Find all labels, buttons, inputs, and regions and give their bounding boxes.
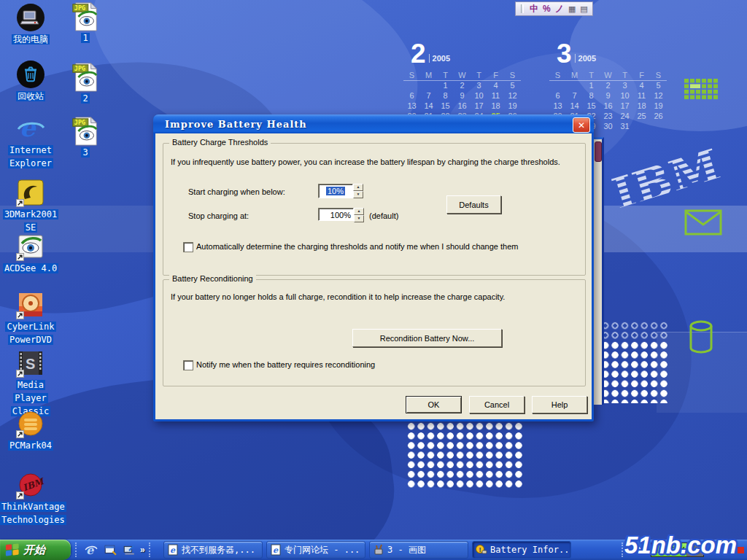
help-button[interactable]: Help <box>532 396 587 413</box>
spin-up-icon[interactable]: ▲ <box>353 184 363 191</box>
svg-text:JPG: JPG <box>74 4 86 12</box>
drag-handle-icon[interactable] <box>149 542 153 557</box>
group-legend: Battery Charge Thresholds <box>169 138 271 147</box>
menu-icon[interactable]: ▤ <box>580 4 587 14</box>
svg-text:e: e <box>273 545 279 555</box>
desktop-icon-label: ThinkVantage Technologies <box>0 502 66 525</box>
close-icon[interactable]: ✕ <box>573 117 590 133</box>
task-button[interactable]: 3 - 画图 <box>369 541 468 559</box>
spin-down-icon[interactable]: ▼ <box>354 215 364 222</box>
system-tray: EN 58% <box>619 540 747 560</box>
battery-meter[interactable]: 58% <box>651 542 704 557</box>
default-note: (default) <box>369 211 398 220</box>
background-window-edge[interactable] <box>594 137 604 405</box>
desktop-icon-pcmark[interactable]: PCMark04 <box>0 409 61 451</box>
thinkvantage-icon: IBM <box>16 470 45 499</box>
language-bar[interactable]: 中%ノ▦▤ <box>515 1 593 16</box>
background-window-gauge <box>595 141 602 162</box>
desktop-file-1[interactable]: JPG1 <box>67 1 104 44</box>
auto-thresholds-checkbox-label[interactable]: Automatically determine the charging thr… <box>196 242 518 251</box>
language-indicator[interactable]: EN <box>632 545 643 554</box>
internet-explorer-quick-icon[interactable]: e <box>84 542 98 557</box>
calendar-year: 2005 <box>575 54 596 63</box>
auto-thresholds-checkbox[interactable] <box>183 242 193 252</box>
desktop-icon-my-computer[interactable]: 我的电脑 <box>0 3 61 45</box>
stop-charging-value[interactable]: 100% <box>318 208 354 221</box>
group-legend: Battery Reconditioning <box>169 274 256 283</box>
svg-text:e: e <box>86 543 94 556</box>
desktop-icon-3dmark[interactable]: 3DMark2001 SE <box>0 178 61 233</box>
notify-reconditioning-checkbox[interactable] <box>183 360 193 370</box>
desktop-icon-recycle-bin[interactable]: 回收站 <box>0 60 61 102</box>
svg-text:JPG: JPG <box>74 65 86 72</box>
calendar-month: 2 <box>411 43 426 65</box>
task-button[interactable]: e找不到服务器,... <box>163 541 263 559</box>
desktop-icon-acdsee[interactable]: ACDSee 4.0 <box>0 232 61 274</box>
start-charging-spinner[interactable]: 10% ▲ ▼ <box>318 184 363 198</box>
desktop-icon-label: ACDSee 4.0 <box>3 263 58 273</box>
ie-page-icon: e <box>167 544 179 556</box>
task-button-label: 专门网论坛 - ... <box>285 544 360 556</box>
dialog-titlebar[interactable]: Improve Battery Health ✕ <box>153 114 594 133</box>
desktop-icon-label: CyberLink PowerDVD <box>5 322 55 345</box>
task-button[interactable]: !Battery Infor... <box>472 541 571 559</box>
desktop-file-3[interactable]: JPG3 <box>67 116 104 158</box>
drag-handle-icon[interactable] <box>521 4 524 13</box>
database-cylinder-icon <box>688 319 714 354</box>
cancel-button[interactable]: Cancel <box>469 396 525 413</box>
ime-mode-icon[interactable]: % <box>543 3 551 15</box>
internet-explorer-icon: e <box>16 114 45 143</box>
recondition-battery-button[interactable]: Recondition Battery Now... <box>352 329 502 347</box>
windows-flag-icon <box>5 543 20 557</box>
powerdvd-icon <box>16 290 45 319</box>
envelope-icon <box>684 209 722 236</box>
defaults-button[interactable]: Defaults <box>446 195 501 214</box>
task-button-label: 3 - 画图 <box>387 544 426 556</box>
notify-reconditioning-checkbox-label[interactable]: Notify me when the battery requires reco… <box>196 360 375 369</box>
pen-icon[interactable]: ノ <box>555 3 564 15</box>
jpg-file-icon: JPG <box>71 1 100 31</box>
task-button-label: 找不到服务器,... <box>182 544 255 556</box>
spin-down-icon[interactable]: ▼ <box>353 191 363 198</box>
desktop-icon-label: 回收站 <box>16 91 45 101</box>
tray-app-icon[interactable] <box>738 547 744 553</box>
pcmark-icon <box>16 409 45 438</box>
battery-icon: ! <box>476 544 487 556</box>
desktop-icon-internet-explorer[interactable]: eInternet Explorer <box>0 114 61 169</box>
start-button[interactable]: 开始 <box>0 540 71 560</box>
desktop-icon-label: 1 <box>81 33 89 43</box>
ok-button[interactable]: OK <box>406 396 462 413</box>
drag-handle-icon[interactable] <box>75 542 80 557</box>
dialog-client-area: Battery Charge Thresholds If you infrequ… <box>155 133 592 419</box>
show-desktop-quick-icon[interactable] <box>122 542 136 557</box>
calendar-month: 3 <box>557 43 572 65</box>
3dmark-icon <box>16 178 45 207</box>
battery-reconditioning-group: Battery Reconditioning If your battery n… <box>163 279 586 386</box>
desktop-icon-powerdvd[interactable]: CyberLink PowerDVD <box>0 290 61 346</box>
chevron-more-icon[interactable]: » <box>140 545 145 555</box>
calendar-day: 30 <box>600 122 616 131</box>
keyboard-icon[interactable]: ▦ <box>568 4 576 14</box>
spin-up-icon[interactable]: ▲ <box>354 208 364 215</box>
svg-text:e: e <box>20 114 37 142</box>
taskbar: 开始 e » e找不到服务器,...e专门网论坛 - ...3 - 画图!Bat… <box>0 540 747 560</box>
stop-charging-label: Stop charging at: <box>188 211 249 220</box>
ime-chinese-icon[interactable]: 中 <box>530 3 538 15</box>
task-button-label: Battery Infor... <box>490 545 568 555</box>
improve-battery-health-dialog: Improve Battery Health ✕ Battery Charge … <box>153 114 594 421</box>
task-button[interactable]: e专门网论坛 - ... <box>266 541 365 559</box>
desktop-icon-label: 3DMark2001 SE <box>3 209 58 233</box>
battery-percent: 58% <box>651 543 686 556</box>
group-description: If you infrequently use battery power, y… <box>171 158 560 166</box>
desktop-icon-label: 3 <box>81 147 89 158</box>
desktop-file-2[interactable]: JPG2 <box>67 62 104 104</box>
window-app-quick-icon[interactable] <box>103 542 117 557</box>
start-charging-value[interactable]: 10% <box>318 184 353 198</box>
desktop-icon-label: 2 <box>81 93 89 104</box>
desktop-icon-mpc[interactable]: SMedia Player Classic <box>0 349 61 417</box>
stop-charging-spinner[interactable]: 100% ▲ ▼ <box>318 208 364 222</box>
dialog-title: Improve Battery Health <box>153 119 307 130</box>
svg-text:e: e <box>170 545 176 555</box>
svg-text:!: ! <box>479 546 481 553</box>
desktop-icon-thinkvantage[interactable]: IBMThinkVantage Technologies <box>0 470 61 526</box>
